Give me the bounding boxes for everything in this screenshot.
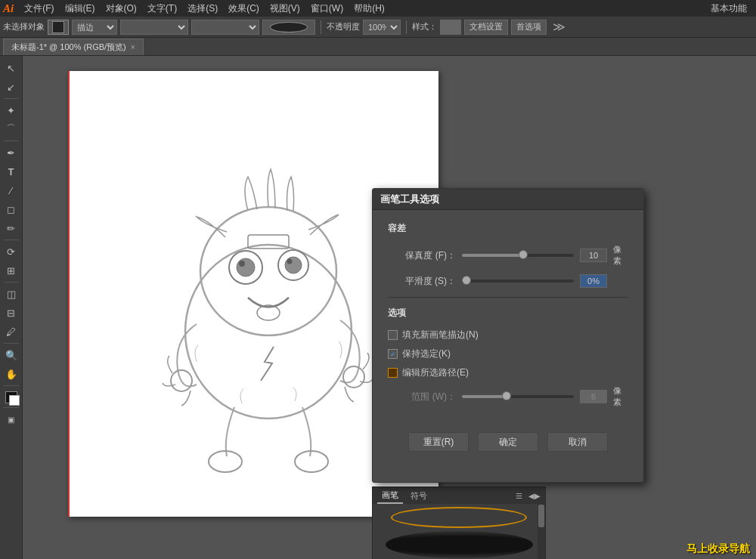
dialog-footer: 重置(R) 确定 取消 [373, 425, 643, 459]
menu-window[interactable]: 窗口(W) [306, 1, 348, 17]
range-slider[interactable] [462, 395, 574, 398]
pencil-btn[interactable]: ✏ [2, 219, 20, 237]
menu-type[interactable]: 文字(T) [143, 1, 181, 17]
smoothness-slider[interactable] [462, 280, 574, 283]
lasso-btn[interactable]: ⌒ [2, 120, 20, 138]
menu-object[interactable]: 对象(O) [101, 1, 141, 17]
document-tab[interactable]: 未标题-1* @ 100% (RGB/预览) × [3, 39, 144, 55]
pen-btn[interactable]: ✒ [2, 144, 20, 162]
svg-point-6 [285, 257, 302, 273]
line-btn[interactable]: ∕ [2, 181, 20, 199]
menu-view[interactable]: 视图(V) [265, 1, 305, 17]
main-area: ↖ ↙ ✦ ⌒ ✒ T ∕ ◻ ✏ ⟳ ⊞ ◫ ⊟ 🖊 🔍 ✋ ▣ [0, 56, 756, 559]
divider-1 [388, 297, 628, 298]
toolbar-separator-2 [406, 20, 407, 34]
toolbar-extra[interactable]: ≫ [553, 20, 565, 34]
gradient-btn[interactable]: ◫ [2, 285, 20, 303]
rect-btn[interactable]: ◻ [2, 200, 20, 218]
fill-new-label: 填充新画笔描边(N) [402, 329, 479, 341]
menu-bar: Ai 文件(F) 编辑(E) 对象(O) 文字(T) 选择(S) 效果(C) 视… [0, 0, 756, 17]
monster-svg [136, 120, 401, 483]
dialog-titlebar: 画笔工具选项 [373, 189, 643, 210]
fill-new-row: 填充新画笔描边(N) [388, 329, 628, 341]
toolbar: 未选择对象 描边 不透明度 100% 样式： 文档设置 首选项 ≫ [0, 17, 756, 38]
artboard-btn[interactable]: ▣ [2, 410, 20, 428]
fidelity-thumb[interactable] [519, 250, 528, 259]
zoom-btn[interactable]: 🔍 [2, 346, 20, 364]
style-label: 样式： [412, 21, 437, 32]
ok-button[interactable]: 确定 [478, 432, 538, 452]
direct-select-tool-btn[interactable]: ↙ [2, 78, 20, 96]
canvas-red-line [68, 71, 70, 517]
keep-selected-checkbox[interactable]: ✓ [388, 349, 398, 359]
color-oval-box [262, 20, 315, 35]
dialog-title: 画笔工具选项 [380, 193, 439, 206]
canvas-area: 画笔工具选项 容差 保真度 (F)： 10 像素 平滑度 (S)： [23, 56, 756, 559]
svg-point-11 [209, 451, 242, 472]
dialog-body: 容差 保真度 (F)： 10 像素 平滑度 (S)： [373, 210, 643, 420]
opacity-label: 不透明度 [327, 21, 360, 32]
brush-item-1[interactable] [376, 507, 542, 528]
fidelity-row: 保真度 (F)： 10 像素 [388, 244, 628, 267]
svg-point-12 [295, 451, 328, 472]
color-swatch[interactable] [48, 20, 69, 35]
menu-effect[interactable]: 效果(C) [224, 1, 264, 17]
cancel-button[interactable]: 取消 [547, 432, 608, 452]
menu-select[interactable]: 选择(S) [183, 1, 222, 17]
brush-dropdown[interactable] [120, 20, 188, 35]
tool-separator-1 [4, 98, 19, 99]
range-value[interactable]: 6 [580, 390, 607, 403]
fill-new-checkbox[interactable] [388, 330, 398, 340]
brushes-tab[interactable]: 画笔 [377, 488, 403, 504]
doc-settings-button[interactable]: 文档设置 [464, 20, 508, 35]
mesh-btn[interactable]: ⊟ [2, 304, 20, 322]
fidelity-value[interactable]: 10 [580, 249, 607, 262]
edit-paths-checkbox[interactable] [388, 368, 398, 378]
fidelity-slider[interactable] [462, 254, 574, 257]
scrollbar-thumb[interactable] [538, 505, 544, 527]
toolbar-separator [321, 20, 321, 34]
reset-button[interactable]: 重置(R) [408, 432, 469, 452]
select-label: 未选择对象 [3, 21, 45, 32]
range-thumb[interactable] [502, 391, 511, 400]
blend-btn[interactable]: ⊞ [2, 261, 20, 280]
prefs-button[interactable]: 首选项 [511, 20, 547, 35]
options-section-label: 选项 [388, 307, 628, 320]
type-btn[interactable]: T [2, 162, 20, 181]
brush-item-2[interactable] [376, 531, 542, 558]
svg-point-7 [287, 259, 293, 264]
fill-color-swatch[interactable] [5, 391, 17, 403]
brushes-panel: 画笔 符号 ☰ ◀▶ [372, 486, 546, 559]
selection-tool-btn[interactable]: ↖ [2, 59, 20, 77]
mode-dropdown[interactable]: 描边 [72, 20, 117, 35]
magic-wand-btn[interactable]: ✦ [2, 101, 20, 119]
svg-point-3 [237, 258, 255, 276]
tool-separator-2 [4, 141, 19, 141]
smoothness-label: 平滑度 (S)： [388, 275, 456, 288]
app-logo: Ai [3, 2, 14, 15]
symbols-tab[interactable]: 符号 [406, 489, 432, 503]
tab-close-btn[interactable]: × [131, 43, 135, 51]
edit-paths-row: 编辑所选路径(E) [388, 366, 628, 379]
svg-point-0 [185, 245, 352, 418]
tool-separator-4 [4, 282, 19, 283]
eyedropper-btn[interactable]: 🖊 [2, 323, 20, 341]
menu-file[interactable]: 文件(F) [20, 1, 58, 17]
rotate-btn[interactable]: ⟳ [2, 242, 20, 261]
range-label: 范围 (W)： [403, 391, 456, 403]
style-select[interactable] [191, 20, 259, 35]
smoothness-thumb[interactable] [462, 276, 471, 285]
panel-scrollbar[interactable] [538, 504, 545, 559]
tool-separator-5 [4, 343, 19, 344]
smoothness-value[interactable]: 0% [580, 274, 607, 288]
opacity-dropdown[interactable]: 100% [363, 20, 401, 35]
hand-btn[interactable]: ✋ [2, 365, 20, 383]
edit-paths-label: 编辑所选路径(E) [402, 366, 469, 379]
panel-menu-icon[interactable]: ☰ [516, 492, 522, 500]
menu-help[interactable]: 帮助(H) [349, 1, 389, 17]
menu-edit[interactable]: 编辑(E) [60, 1, 100, 17]
collapse-icon[interactable]: ◀▶ [528, 492, 541, 500]
tool-separator-6 [4, 385, 19, 386]
tool-separator-3 [4, 239, 19, 240]
watermark: 马上收录导航 [686, 542, 750, 556]
